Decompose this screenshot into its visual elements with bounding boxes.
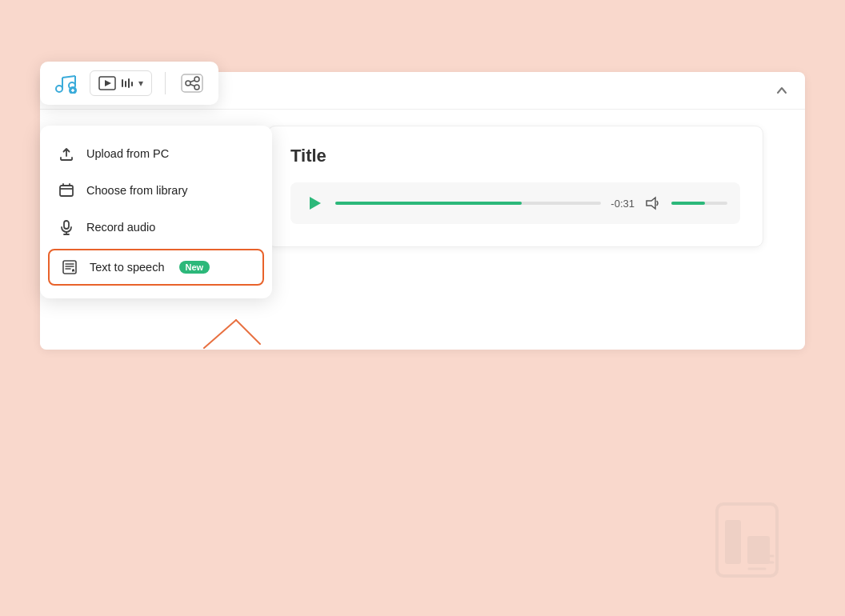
media-button[interactable]: ▾ bbox=[90, 70, 152, 96]
svg-line-19 bbox=[190, 85, 194, 86]
svg-marker-29 bbox=[647, 198, 655, 209]
share-icon[interactable] bbox=[178, 70, 206, 97]
audio-card: Title -0:31 bbox=[267, 126, 763, 247]
page-wrapper: CONTENT bbox=[0, 0, 845, 616]
svg-rect-13 bbox=[131, 82, 133, 86]
svg-point-17 bbox=[194, 85, 199, 90]
dropdown-item-record[interactable]: Record audio bbox=[40, 209, 272, 246]
svg-marker-28 bbox=[310, 197, 321, 210]
music-settings-icon[interactable] bbox=[53, 70, 80, 97]
play-button[interactable] bbox=[303, 192, 326, 214]
svg-rect-34 bbox=[747, 536, 770, 564]
svg-point-16 bbox=[194, 77, 199, 82]
svg-rect-20 bbox=[60, 186, 73, 196]
svg-point-0 bbox=[56, 86, 62, 92]
progress-bar-fill bbox=[335, 202, 522, 205]
svg-rect-11 bbox=[125, 81, 126, 87]
dropdown-item-library[interactable]: Choose from library bbox=[40, 172, 272, 209]
dropdown-menu: Upload from PC Choose from library bbox=[40, 126, 272, 298]
tts-icon bbox=[61, 258, 78, 276]
svg-rect-12 bbox=[128, 78, 130, 88]
toolbar: ▾ bbox=[40, 62, 218, 105]
library-icon bbox=[58, 182, 75, 199]
svg-line-18 bbox=[190, 81, 194, 82]
microphone-icon bbox=[58, 218, 75, 236]
tts-label: Text to speech bbox=[90, 261, 165, 274]
svg-rect-21 bbox=[64, 221, 69, 229]
audio-title: Title bbox=[290, 146, 740, 166]
chevron-up-icon[interactable] bbox=[775, 83, 789, 98]
content-section: CONTENT bbox=[40, 72, 805, 350]
new-badge: New bbox=[179, 261, 210, 274]
library-label: Choose from library bbox=[86, 184, 188, 197]
decorative-icon bbox=[701, 496, 805, 600]
svg-rect-33 bbox=[725, 520, 741, 564]
svg-marker-9 bbox=[105, 80, 111, 86]
upload-label: Upload from PC bbox=[86, 147, 169, 160]
progress-bar[interactable] bbox=[335, 202, 601, 205]
audio-player: -0:31 bbox=[290, 182, 740, 224]
svg-line-4 bbox=[62, 76, 75, 78]
svg-point-15 bbox=[186, 81, 190, 86]
volume-icon[interactable] bbox=[644, 194, 662, 212]
upload-icon bbox=[58, 145, 75, 162]
content-section-inner: CONTENT bbox=[40, 72, 805, 350]
dropdown-arrow-icon: ▾ bbox=[138, 78, 143, 89]
toolbar-divider bbox=[165, 72, 166, 94]
content-panel: ▾ bbox=[40, 110, 805, 350]
dropdown-item-tts[interactable]: Text to speech New bbox=[48, 249, 264, 286]
svg-rect-10 bbox=[122, 79, 123, 87]
record-label: Record audio bbox=[86, 221, 155, 234]
time-label: -0:31 bbox=[611, 198, 635, 210]
dropdown-item-upload[interactable]: Upload from PC bbox=[40, 135, 272, 172]
svg-rect-14 bbox=[182, 74, 202, 92]
volume-bar[interactable] bbox=[671, 202, 727, 205]
volume-bar-fill bbox=[671, 202, 705, 205]
